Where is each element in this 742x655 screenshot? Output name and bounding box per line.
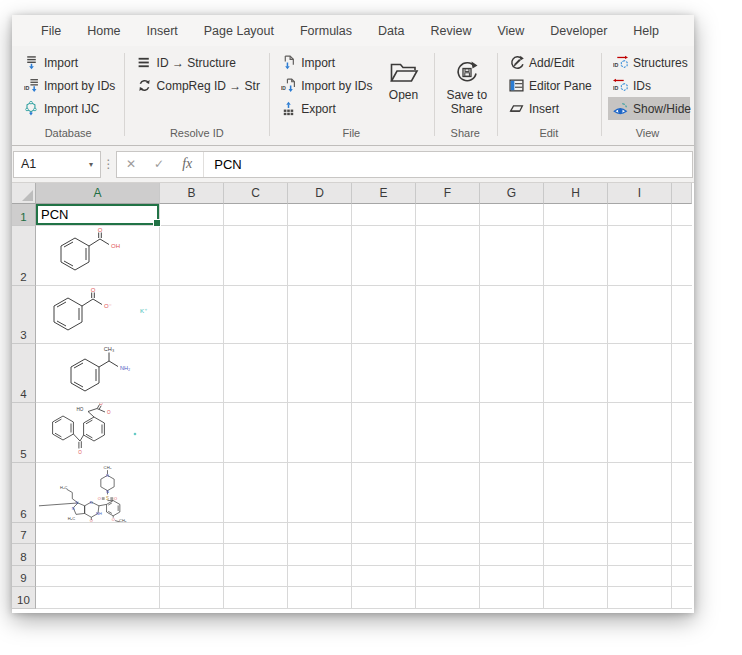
cell-f6[interactable]: [416, 463, 480, 523]
name-box-dropdown-icon[interactable]: ▾: [82, 160, 100, 169]
cell-e10[interactable]: [352, 587, 416, 609]
formula-input[interactable]: PCN: [206, 157, 241, 172]
compreg-id-str-button[interactable]: CompReg ID → Str: [132, 74, 265, 97]
cell-b3[interactable]: [160, 286, 224, 344]
row-header-3[interactable]: 3: [12, 286, 36, 344]
column-header-h[interactable]: H: [544, 183, 608, 204]
name-box[interactable]: A1 ▾: [13, 151, 101, 178]
cell-g5[interactable]: [480, 403, 544, 463]
cell-d7[interactable]: [288, 523, 352, 544]
cell-h4[interactable]: [544, 344, 608, 403]
cell-i10[interactable]: [608, 587, 672, 609]
cell-h5[interactable]: [544, 403, 608, 463]
cell-c10[interactable]: [224, 587, 288, 609]
cell-b8[interactable]: [160, 544, 224, 566]
save-to-share-button[interactable]: Save to Share: [441, 51, 493, 117]
tab-page-layout[interactable]: Page Layout: [191, 24, 287, 38]
cell-c9[interactable]: [224, 566, 288, 587]
cell-a1[interactable]: PCN: [36, 204, 160, 226]
cell-i2[interactable]: [608, 226, 672, 286]
tab-formulas[interactable]: Formulas: [287, 24, 365, 38]
cell-h2[interactable]: [544, 226, 608, 286]
tab-help[interactable]: Help: [620, 24, 672, 38]
cell-g9[interactable]: [480, 566, 544, 587]
cell-c6[interactable]: [224, 463, 288, 523]
cell-a7[interactable]: [36, 523, 160, 544]
export-button[interactable]: Export: [276, 97, 377, 120]
cell-h7[interactable]: [544, 523, 608, 544]
cell-i1[interactable]: [608, 204, 672, 226]
cell-e3[interactable]: [352, 286, 416, 344]
cell-i5[interactable]: [608, 403, 672, 463]
cell-a4[interactable]: CH₃NH₂: [36, 344, 160, 403]
row-header-7[interactable]: 7: [12, 523, 36, 544]
column-header-g[interactable]: G: [480, 183, 544, 204]
cell-h6[interactable]: [544, 463, 608, 523]
tab-file[interactable]: File: [28, 24, 74, 38]
cell-e9[interactable]: [352, 566, 416, 587]
tab-developer[interactable]: Developer: [537, 24, 620, 38]
cell-d4[interactable]: [288, 344, 352, 403]
select-all-corner[interactable]: [12, 183, 36, 204]
row-header-9[interactable]: 9: [12, 566, 36, 587]
column-header-f[interactable]: F: [416, 183, 480, 204]
cell-a6[interactable]: CH₃NNSOONNHNNOH₃CH₃COCH₃: [36, 463, 160, 523]
cell-a9[interactable]: [36, 566, 160, 587]
cell-f2[interactable]: [416, 226, 480, 286]
ids-button[interactable]: IDIDs: [608, 74, 690, 97]
tab-data[interactable]: Data: [365, 24, 417, 38]
cell-e4[interactable]: [352, 344, 416, 403]
cell-i8[interactable]: [608, 544, 672, 566]
cell-a5[interactable]: HOOOO: [36, 403, 160, 463]
cell-c1[interactable]: [224, 204, 288, 226]
cell-g7[interactable]: [480, 523, 544, 544]
row-header-1[interactable]: 1: [12, 204, 36, 226]
cell-b6[interactable]: [160, 463, 224, 523]
column-header-e[interactable]: E: [352, 183, 416, 204]
cell-f8[interactable]: [416, 544, 480, 566]
cell-g1[interactable]: [480, 204, 544, 226]
cell-b1[interactable]: [160, 204, 224, 226]
cell-e8[interactable]: [352, 544, 416, 566]
cell-f3[interactable]: [416, 286, 480, 344]
cell-d10[interactable]: [288, 587, 352, 609]
cell-g10[interactable]: [480, 587, 544, 609]
cell-e6[interactable]: [352, 463, 416, 523]
import-by-ids-button[interactable]: IDImport by IDs: [276, 74, 377, 97]
confirm-icon[interactable]: ✓: [145, 157, 173, 171]
import-ijc-button[interactable]: Import IJC: [19, 97, 120, 120]
import-button[interactable]: Import: [19, 51, 120, 74]
cancel-icon[interactable]: ✕: [117, 157, 145, 171]
cell-f9[interactable]: [416, 566, 480, 587]
column-header-a[interactable]: A: [36, 183, 160, 204]
cell-f4[interactable]: [416, 344, 480, 403]
tab-insert[interactable]: Insert: [134, 24, 191, 38]
cell-e1[interactable]: [352, 204, 416, 226]
cell-b7[interactable]: [160, 523, 224, 544]
cell-g4[interactable]: [480, 344, 544, 403]
row-header-8[interactable]: 8: [12, 544, 36, 566]
column-header-c[interactable]: C: [224, 183, 288, 204]
cell-c2[interactable]: [224, 226, 288, 286]
cell-i9[interactable]: [608, 566, 672, 587]
tab-review[interactable]: Review: [417, 24, 484, 38]
cell-h3[interactable]: [544, 286, 608, 344]
cell-a2[interactable]: OOH: [36, 226, 160, 286]
cell-h1[interactable]: [544, 204, 608, 226]
import-by-ids-button[interactable]: IDImport by IDs: [19, 74, 120, 97]
column-header-d[interactable]: D: [288, 183, 352, 204]
cell-d5[interactable]: [288, 403, 352, 463]
cell-c7[interactable]: [224, 523, 288, 544]
cell-g3[interactable]: [480, 286, 544, 344]
cell-a10[interactable]: [36, 587, 160, 609]
cell-i7[interactable]: [608, 523, 672, 544]
insert-function-icon[interactable]: fx: [173, 156, 201, 172]
cell-i3[interactable]: [608, 286, 672, 344]
tab-view[interactable]: View: [484, 24, 537, 38]
cell-d1[interactable]: [288, 204, 352, 226]
cell-g6[interactable]: [480, 463, 544, 523]
cell-d9[interactable]: [288, 566, 352, 587]
cell-g8[interactable]: [480, 544, 544, 566]
cell-d2[interactable]: [288, 226, 352, 286]
row-header-10[interactable]: 10: [12, 587, 36, 609]
